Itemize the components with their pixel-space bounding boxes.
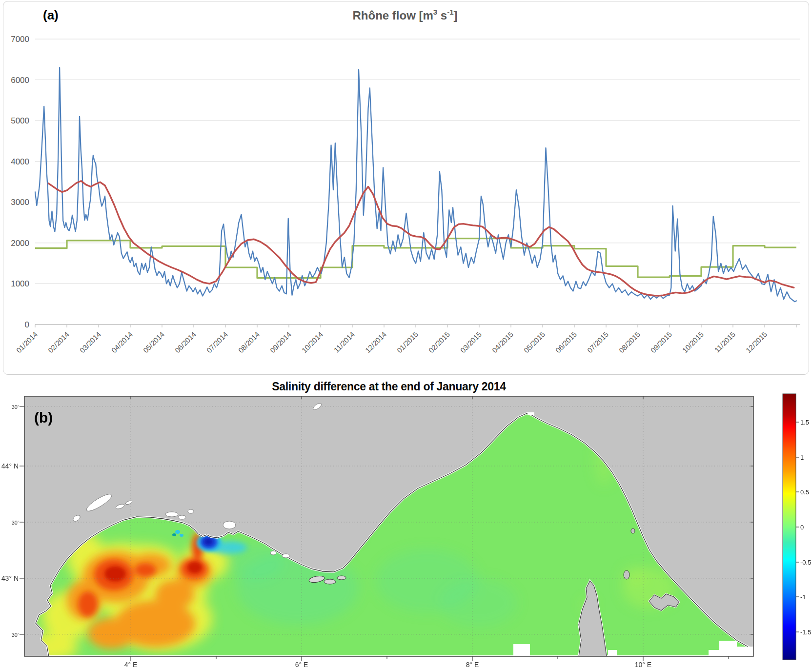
flow-chart-svg: 0100020003000400050006000700001/201402/2… (0, 0, 812, 376)
lon-tick-label: 8° E (466, 661, 479, 669)
x-axis-tick-label: 06/2015 (554, 330, 578, 354)
panel-b-label: (b) (34, 409, 53, 426)
colorbar-gradient (783, 394, 796, 660)
x-axis-tick-label: 05/2014 (142, 330, 166, 354)
chart-title-sup-minus1: -1 (447, 8, 453, 16)
x-axis-tick-label: 11/2014 (332, 330, 357, 354)
colorbar-tick-label: 0 (800, 524, 804, 531)
gorgona-island (631, 528, 635, 533)
salinity-map-svg: Salinity difference at the end of Januar… (0, 376, 812, 670)
lat-tick-label: 43° N (1, 574, 19, 582)
colorbar-tick-label: 1.5 (800, 419, 809, 426)
colorbar-ticks (796, 422, 799, 632)
lon-tick-label: 4° E (124, 661, 138, 669)
colorbar-tick-label: -0.5 (800, 559, 811, 566)
lat-tick-label: 44° N (1, 462, 19, 470)
y-axis-tick-label: 0 (25, 320, 29, 329)
colorbar-tick-label: 0.5 (800, 488, 809, 496)
chart-title-sup-3: 3 (433, 8, 437, 16)
chart-axis-labels: 0100020003000400050006000700001/201402/2… (11, 35, 769, 354)
map-title: Salinity difference at the end of Januar… (272, 380, 506, 393)
x-axis-tick-label: 12/2015 (744, 330, 769, 354)
x-axis-tick-label: 07/2015 (586, 330, 610, 354)
x-axis-tick-label: 06/2014 (173, 330, 198, 354)
x-axis-tick-label: 10/2015 (681, 330, 705, 354)
x-axis-tick-label: 02/2014 (46, 330, 71, 354)
x-axis-tick-label: 04/2014 (110, 330, 134, 354)
panel-a-label: (a) (43, 8, 59, 22)
y-axis-tick-label: 7000 (11, 35, 29, 44)
capraia-island (624, 570, 629, 579)
y-axis-tick-label: 3000 (11, 198, 29, 207)
lat-tick-label: 30' (12, 404, 19, 410)
chart-title-close: ] (454, 9, 458, 22)
lon-tick-label: 6° E (295, 661, 308, 669)
daily-flow-line (35, 68, 796, 302)
x-axis-tick-label: 05/2015 (522, 330, 547, 354)
x-axis-tick-label: 08/2014 (237, 330, 261, 354)
y-axis-tick-label: 5000 (11, 116, 29, 125)
chart-series (35, 68, 796, 302)
colorbar: 1.5 1 0.5 0 -0.5 -1 -1.5 (783, 394, 811, 660)
lat-tick-label: 30' (12, 632, 19, 638)
x-axis-tick-label: 10/2014 (300, 330, 325, 354)
x-axis-tick-label: 03/2015 (459, 330, 483, 354)
smoothed-flow-line (48, 181, 794, 296)
monthly-step-line (35, 239, 796, 278)
colorbar-tick-label: 1 (800, 454, 804, 461)
x-axis-tick-label: 09/2014 (268, 330, 293, 354)
x-axis-tick-label: 01/2014 (15, 330, 39, 354)
y-axis-tick-label: 2000 (11, 239, 29, 248)
chart-gridlines (35, 39, 800, 284)
chart-title-base: Rhône flow [m (352, 9, 433, 22)
lat-tick-label: 30' (12, 520, 19, 526)
x-axis-tick-label: 04/2015 (490, 330, 515, 354)
y-axis-tick-label: 4000 (11, 157, 29, 166)
x-axis-tick-label: 08/2015 (617, 330, 642, 354)
figure-stage: 0100020003000400050006000700001/201402/2… (0, 0, 812, 670)
colorbar-tick-label: -1 (800, 593, 806, 601)
x-axis-tick-label: 11/2015 (713, 330, 737, 354)
y-axis-tick-label: 1000 (11, 279, 29, 288)
x-axis-tick-label: 07/2014 (205, 330, 229, 354)
y-axis-tick-label: 6000 (11, 76, 29, 85)
x-axis-tick-label: 09/2015 (649, 330, 673, 354)
x-axis-tick-label: 03/2014 (78, 330, 102, 354)
x-axis-tick-label: 12/2014 (364, 330, 388, 354)
x-axis-tick-label: 02/2015 (427, 330, 451, 354)
lon-tick-label: 10° E (635, 661, 651, 669)
chart-title-mid: s (437, 9, 447, 22)
chart-axis (35, 325, 800, 327)
x-axis-tick-label: 01/2015 (395, 330, 420, 354)
colorbar-tick-label: -1.5 (800, 629, 811, 636)
chart-title: Rhône flow [m3 s-1] (352, 8, 457, 22)
